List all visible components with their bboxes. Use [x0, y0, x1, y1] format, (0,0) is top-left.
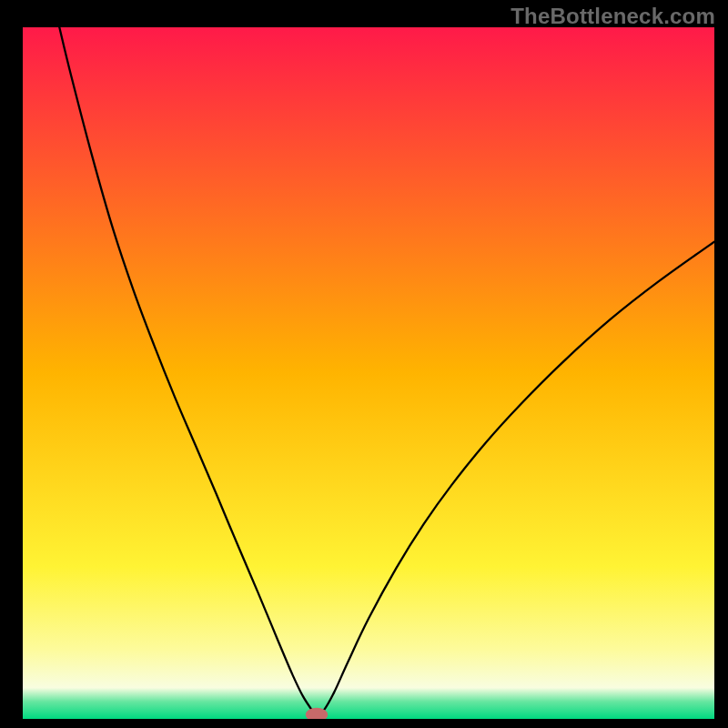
- gradient-background: [23, 27, 714, 719]
- chart-svg: [23, 27, 714, 719]
- chart-plot-area: [23, 27, 714, 719]
- chart-frame: TheBottleneck.com: [0, 0, 728, 728]
- watermark-text: TheBottleneck.com: [511, 4, 715, 29]
